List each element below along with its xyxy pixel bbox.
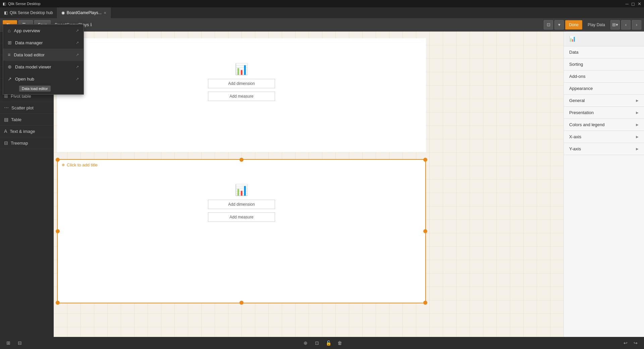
text-image-icon: A [4, 129, 7, 134]
panel-x-axis-label: X-axis [569, 134, 581, 139]
data-manager-arrow: ↗ [76, 41, 79, 45]
resize-handle-tl[interactable] [56, 158, 60, 162]
info-icon: ℹ [90, 22, 92, 27]
widget2-add-dimension-button[interactable]: Add dimension [208, 200, 275, 209]
dropdown-app-overview[interactable]: ⌂ App overview ↗ [3, 24, 84, 37]
undo-button[interactable]: ↩ [621, 339, 630, 347]
sidebar-item-treemap-label: Treemap [11, 141, 28, 146]
canvas-area[interactable]: add title 📊 Add dimension Add measure [54, 32, 564, 349]
panel-expandable-y-axis[interactable]: Y-axis ▶ [564, 143, 644, 155]
dropdown-data-load-editor[interactable]: ≡ Data load editor ↗ [3, 49, 84, 61]
data-manager-icon: ⊞ [8, 40, 12, 45]
grid-view-button[interactable]: ⊟ [15, 339, 24, 347]
dropdown-open-hub-label: Open hub [15, 77, 34, 82]
sidebar-item-text-image[interactable]: A Text & image [0, 126, 54, 137]
open-hub-icon: ↗ [8, 76, 12, 82]
minimize-button[interactable]: ─ [626, 1, 629, 6]
panel-x-axis-chevron: ▶ [636, 135, 639, 139]
dropdown-app-overview-label: App overview [14, 28, 40, 33]
panel-section-data[interactable]: Data [564, 46, 644, 58]
widget1-title-area[interactable]: add title [58, 39, 425, 49]
panel-section-add-ons[interactable]: Add-ons [564, 70, 644, 83]
toolbar: ◧ ▾ ☰ ▾ Save BoardGamePlays ℹ ⊡ ▾ Done P… [0, 18, 644, 32]
dropdown-data-model-viewer[interactable]: ⊕ Data model viewer ↗ [3, 61, 84, 73]
dropdown-data-load-editor-label: Data load editor [14, 52, 45, 57]
delete-button[interactable]: 🗑 [335, 339, 344, 347]
dropdown-data-manager-label: Data manager [15, 40, 43, 45]
widget1-add-measure-button[interactable]: Add measure [208, 92, 275, 101]
dropdown-data-model-viewer-label: Data model viewer [15, 64, 51, 69]
window-title: Qlik Sense Desktop [8, 2, 41, 6]
bottom-bar-right: ↩ ↪ [621, 339, 640, 347]
panel-expandable-general[interactable]: General ▶ [564, 95, 644, 107]
right-panel: 📊 Data Sorting Add-ons Appearance Genera… [564, 32, 644, 349]
chart-widget-2[interactable]: ⊕ Click to add title 📊 Add dimension Add… [57, 159, 426, 303]
widget2-body: 📊 Add dimension Add measure [58, 170, 425, 235]
unlock-button[interactable]: 🔓 [324, 339, 333, 347]
tab-board[interactable]: ◉ BoardGamePlays... ✕ [57, 7, 111, 18]
widget1-add-dimension-button[interactable]: Add dimension [208, 79, 275, 88]
resize-handle-tr[interactable] [423, 158, 427, 162]
bottom-bar: ⊞ ⊟ ⊕ ⊡ 🔓 🗑 ↩ ↪ [0, 337, 644, 349]
view-options-button[interactable]: ⊞ ▾ [610, 20, 620, 30]
panel-presentation-chevron: ▶ [636, 111, 639, 114]
sidebar-item-treemap[interactable]: ⊟ Treemap [0, 137, 54, 149]
done-button[interactable]: Done [565, 20, 582, 30]
layout-view-button[interactable]: ▾ [554, 20, 564, 30]
panel-expandable-x-axis[interactable]: X-axis ▶ [564, 131, 644, 143]
resize-handle-ml[interactable] [56, 229, 60, 233]
resize-handle-bc[interactable] [239, 301, 244, 305]
canvas-inner: add title 📊 Add dimension Add measure [54, 32, 433, 334]
panel-expandable-presentation[interactable]: Presentation ▶ [564, 107, 644, 119]
snap-button[interactable]: ⊕ [301, 339, 310, 347]
monitor-icon-button[interactable]: ⊡ [544, 20, 553, 30]
treemap-icon: ⊟ [4, 140, 8, 146]
resize-handle-bl[interactable] [56, 301, 60, 305]
panel-general-chevron: ▶ [636, 99, 639, 102]
panel-general-label: General [569, 98, 585, 103]
restore-button[interactable]: ◻ [631, 1, 635, 6]
title-bar: ◧ Qlik Sense Desktop ─ ◻ ✕ [0, 0, 644, 7]
play-data-button[interactable]: Play Data [584, 20, 609, 30]
resize-handle-mr[interactable] [423, 229, 427, 233]
widget1-body: 📊 Add dimension Add measure [58, 49, 425, 114]
nav-forward-button[interactable]: › [632, 20, 641, 30]
table-icon: ▤ [4, 117, 8, 122]
right-panel-header: 📊 [564, 32, 644, 46]
chart-widget-1[interactable]: add title 📊 Add dimension Add measure [57, 38, 426, 152]
sidebar-item-table-label: Table [11, 117, 21, 122]
redo-button[interactable]: ↪ [631, 339, 640, 347]
close-button[interactable]: ✕ [638, 1, 641, 6]
dropdown-open-hub[interactable]: ↗ Open hub ↗ [3, 73, 84, 85]
tab-hub[interactable]: ◧ Qlik Sense Desktop hub [0, 7, 57, 18]
app-icon: ◧ [3, 2, 6, 6]
widget2-move-icon: ⊕ [62, 163, 65, 167]
resize-handle-br[interactable] [423, 301, 427, 305]
bottom-bar-center: ⊕ ⊡ 🔓 🗑 [301, 339, 344, 347]
app-overview-arrow: ↗ [76, 29, 79, 33]
panel-expandable-colors-legend[interactable]: Colors and legend ▶ [564, 119, 644, 131]
panel-section-sorting[interactable]: Sorting [564, 58, 644, 70]
data-model-viewer-icon: ⊕ [8, 64, 12, 69]
dropdown-data-manager[interactable]: ⊞ Data manager ↗ [3, 37, 84, 49]
view-options-icon: ⊞ [612, 22, 616, 27]
sidebar-item-scatter-plot[interactable]: ⋯ Scatter plot [0, 102, 54, 114]
sidebar-item-table[interactable]: ▤ Table [0, 114, 54, 126]
panel-colors-legend-chevron: ▶ [636, 123, 639, 127]
panel-data-label: Data [569, 50, 578, 55]
tab-hub-label: Qlik Sense Desktop hub [10, 10, 53, 15]
duplicate-button[interactable]: ⊡ [313, 339, 321, 347]
tab-board-label: BoardGamePlays... [67, 10, 102, 15]
main-layout: ⊙ Gauge # KPI 📈 Line chart 🗺 Map ◕ Pie c… [0, 32, 644, 349]
data-model-viewer-arrow: ↗ [76, 65, 79, 69]
widget2-add-measure-button[interactable]: Add measure [208, 212, 275, 222]
sheet-view-button[interactable]: ⊞ [4, 339, 13, 347]
panel-section-appearance[interactable]: Appearance [564, 83, 644, 95]
scatter-plot-icon: ⋯ [4, 105, 9, 110]
tab-bar: ◧ Qlik Sense Desktop hub ◉ BoardGamePlay… [0, 7, 644, 18]
tab-close-button[interactable]: ✕ [104, 11, 106, 15]
nav-back-button[interactable]: ‹ [621, 20, 631, 30]
resize-handle-tc[interactable] [239, 158, 244, 162]
open-hub-arrow: ↗ [76, 77, 79, 81]
sidebar-item-scatter-plot-label: Scatter plot [11, 105, 34, 110]
